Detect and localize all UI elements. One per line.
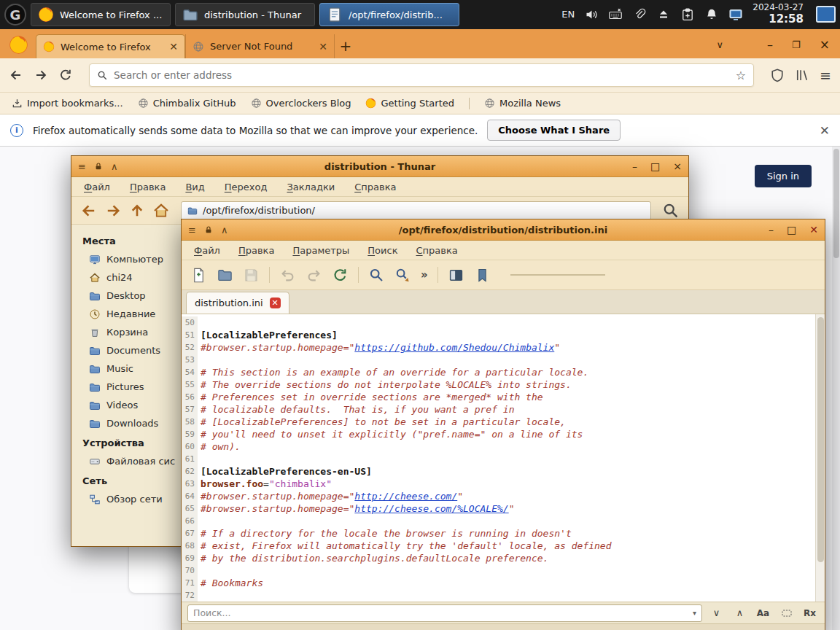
editor-line[interactable]: 71# Bookmarks [182, 577, 815, 589]
bookmark-import-bookmarks[interactable]: Import bookmarks... [12, 98, 123, 109]
editor-line[interactable]: 67# If a directory for the locale the br… [182, 527, 815, 540]
path-bar[interactable] [181, 201, 651, 220]
document-tab[interactable]: distribution.ini ✕ [186, 292, 289, 314]
editor-line[interactable]: 52#browser.startup.homepage="https://git… [182, 341, 815, 354]
whole-word-button[interactable] [777, 604, 796, 622]
volume-icon[interactable] [584, 7, 599, 22]
editor-line[interactable]: 63browser.foo="chimbalix" [182, 478, 815, 490]
match-case-button[interactable]: Aa [754, 604, 772, 622]
lock-icon[interactable] [94, 162, 103, 171]
menu-item-файл[interactable]: Файл [194, 245, 220, 256]
menu-icon[interactable]: ≡ [820, 67, 831, 83]
minimize-button[interactable]: – [632, 160, 637, 172]
url-input[interactable] [114, 69, 730, 81]
minimize-button[interactable]: – [769, 224, 774, 236]
editor-line[interactable]: 60# own). [182, 440, 815, 453]
taskbar-button-opt-firefox-distrib[interactable]: /opt/firefox/distrib... [319, 3, 459, 26]
menu-item-справка[interactable]: Справка [354, 182, 396, 192]
clipboard-manager-icon[interactable] [680, 7, 695, 22]
find-icon[interactable] [368, 267, 385, 284]
sign-in-button[interactable]: Sign in [755, 165, 812, 187]
sidebar-item-недавние[interactable]: Недавние [71, 305, 182, 323]
list-all-tabs-button[interactable]: ∨ [717, 39, 724, 50]
up-icon[interactable] [128, 202, 146, 219]
find-previous-button[interactable]: ∧ [731, 604, 749, 622]
sidebar-item-documents[interactable]: Documents [71, 341, 182, 359]
bookmark-flag-icon[interactable] [474, 267, 491, 284]
maximize-button[interactable]: □ [650, 160, 660, 172]
firefox-logo-icon[interactable] [9, 35, 28, 55]
reload-icon[interactable] [58, 68, 73, 82]
minimize-button[interactable]: – [767, 38, 773, 52]
browser-tab-server-not-found[interactable]: Server Not Found✕ [185, 34, 335, 58]
editor-line[interactable]: 69# by the distribution.searchplugins.de… [182, 552, 815, 564]
page-scrollbar[interactable] [832, 147, 840, 630]
sidebar-item-корзина[interactable]: Корзина [71, 323, 182, 341]
side-pane-toggle-icon[interactable] [448, 267, 464, 284]
input-method-icon[interactable] [608, 7, 623, 22]
maximize-button[interactable]: ❐ [792, 39, 801, 50]
clock[interactable]: 2024-03-27 12:58 [752, 3, 804, 26]
forward-icon[interactable] [104, 202, 122, 219]
url-bar[interactable]: ☆ [89, 63, 754, 87]
sidebar-item-обзор-сети[interactable]: Обзор сети [71, 490, 182, 508]
close-tab-icon[interactable]: ✕ [169, 41, 178, 52]
editor-line[interactable]: 59# you'll need to unset it explicitly (… [182, 428, 815, 440]
search-input[interactable] [193, 607, 693, 618]
sidebar-item-компьютер[interactable]: Компьютер [71, 250, 182, 268]
keyboard-layout-indicator[interactable]: EN [561, 9, 575, 20]
editor-line[interactable]: 56# Preferences set in override sections… [182, 391, 815, 403]
maximize-button[interactable]: □ [787, 224, 796, 236]
editor-line[interactable]: 54# This section is an example of an ove… [182, 366, 815, 378]
bookmark-getting-started[interactable]: Getting Started [365, 98, 454, 109]
editor-line[interactable]: 65#browser.startup.homepage="http://chee… [182, 502, 815, 515]
editor-line[interactable]: 64#browser.startup.homepage="http://chee… [182, 490, 815, 502]
editor-line[interactable]: 55# The override sections do not interpo… [182, 378, 815, 391]
menu-item-справка[interactable]: Справка [416, 245, 457, 256]
pocket-icon[interactable] [770, 68, 785, 82]
library-icon[interactable] [795, 68, 809, 82]
toolbar-overflow-icon[interactable]: » [421, 268, 428, 281]
new-document-icon[interactable] [190, 267, 207, 284]
bookmark-chimbalix-github[interactable]: Chimbalix GitHub [138, 98, 236, 109]
search-field[interactable]: ▾ [187, 604, 702, 622]
editor-line[interactable]: 62[LocalizablePreferences-en-US] [182, 465, 815, 478]
eject-icon[interactable] [656, 7, 671, 22]
revert-icon[interactable] [332, 267, 349, 284]
sidebar-item-desktop[interactable]: Desktop [71, 287, 182, 305]
menu-item-правка[interactable]: Правка [130, 182, 166, 192]
editor-line[interactable]: 66 [182, 515, 815, 527]
sidebar-item-pictures[interactable]: Pictures [71, 378, 182, 396]
window-menu-icon[interactable]: ≡ [78, 161, 86, 172]
find-next-button[interactable]: ∨ [707, 604, 726, 622]
shade-icon[interactable]: ∧ [111, 161, 118, 172]
sidebar-item-файловая-сис[interactable]: Файловая сис [71, 452, 182, 470]
home-icon[interactable] [152, 202, 170, 219]
bookmark-star-icon[interactable]: ☆ [736, 69, 746, 82]
sidebar-item-chi24[interactable]: chi24 [71, 268, 182, 287]
regex-button[interactable]: Rx [801, 604, 819, 622]
mousepad-titlebar[interactable]: ≡ ∧ /opt/firefox/distribution/distributi… [182, 219, 825, 241]
find-replace-icon[interactable] [394, 267, 411, 284]
menu-item-правка[interactable]: Правка [238, 245, 274, 256]
open-file-icon[interactable] [217, 267, 233, 284]
close-tab-icon[interactable]: ✕ [270, 298, 281, 308]
sidebar-item-downloads[interactable]: Downloads [71, 414, 182, 432]
menu-item-вид[interactable]: Вид [185, 182, 204, 192]
editor-line[interactable]: 58# [LocalizablePreferences] to not be s… [182, 416, 815, 428]
close-notification-icon[interactable]: ✕ [820, 123, 830, 138]
thunar-titlebar[interactable]: ≡ ∧ distribution - Thunar – □ × [71, 156, 688, 177]
path-input[interactable] [203, 205, 645, 216]
editor-line[interactable]: 70 [182, 564, 815, 577]
sidebar-item-music[interactable]: Music [71, 359, 182, 378]
back-icon[interactable] [9, 68, 23, 82]
forward-icon[interactable] [34, 68, 48, 82]
sidebar-item-videos[interactable]: Videos [71, 396, 182, 414]
editor-line[interactable]: 53 [182, 354, 815, 366]
notifications-bell-icon[interactable] [704, 7, 719, 22]
lock-icon[interactable] [204, 225, 213, 234]
menu-item-переход[interactable]: Переход [225, 182, 268, 192]
close-button[interactable]: ✕ [809, 224, 818, 236]
scrollbar-thumb[interactable] [833, 149, 839, 258]
search-icon[interactable] [662, 202, 680, 219]
